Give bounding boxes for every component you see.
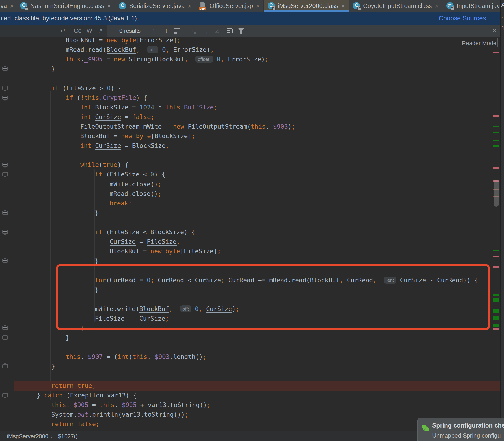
error-stripe-mark[interactable] [493, 126, 499, 127]
code-line[interactable]: FileOutputStream mWite = new FileOutputS… [0, 122, 504, 131]
close-search-icon[interactable] [492, 27, 497, 34]
code-line[interactable]: BlockBuf = new byte[BlockSize]; [0, 131, 504, 141]
error-stripe-mark[interactable] [493, 309, 499, 310]
tab-officeserver[interactable]: JSP OfficeServer.jsp [195, 0, 264, 12]
fold-marker-icon[interactable] [2, 230, 8, 234]
code-line[interactable] [0, 266, 504, 275]
code-line[interactable]: if (FileSize ≤ 0) { [0, 169, 504, 179]
select-all-occurrences-icon[interactable]: ☑II [212, 25, 224, 37]
code-line[interactable]: } [0, 323, 504, 333]
fold-marker-icon[interactable] [2, 326, 8, 330]
add-selection-icon[interactable]: +II [188, 25, 199, 37]
error-stripe-mark[interactable] [493, 140, 499, 141]
fold-marker-icon[interactable] [2, 86, 8, 90]
error-stripe-mark[interactable] [493, 132, 499, 133]
fold-marker-icon[interactable] [2, 335, 8, 340]
code-line[interactable] [0, 73, 504, 83]
code-line[interactable]: this._$905 = new String(BlockBuf, offset… [0, 54, 504, 64]
code-line[interactable]: this._$905 = this._$905 + var13.toString… [0, 400, 504, 410]
code-line[interactable]: BlockBuf = new byte[ErrorSize]; [0, 37, 504, 45]
error-stripe-mark[interactable] [493, 324, 499, 327]
error-stripe-mark[interactable] [493, 294, 499, 296]
error-stripe-mark[interactable] [493, 315, 499, 317]
tab-partial[interactable]: va [0, 0, 16, 12]
code-line[interactable] [0, 294, 504, 304]
tab-coyoteinputstream[interactable]: CoyoteInputStream.class [349, 0, 442, 12]
tab-close-icon[interactable] [107, 3, 111, 9]
breadcrumb-method[interactable]: _$1027() [55, 433, 78, 440]
regex-toggle[interactable]: .* [95, 25, 105, 37]
code-line[interactable]: break; [0, 198, 504, 208]
next-occurrence-icon[interactable]: ↓ [161, 25, 172, 37]
fold-marker-icon[interactable] [2, 211, 8, 215]
code-line[interactable]: } [0, 208, 504, 218]
code-line[interactable]: while(true) { [0, 160, 504, 170]
code-line[interactable]: int CurSize = false; [0, 112, 504, 122]
fold-marker-icon[interactable] [2, 172, 8, 176]
code-line[interactable]: this._$907 = (int)this._$903.length(); [0, 352, 504, 362]
error-stripe-mark[interactable] [493, 115, 499, 117]
choose-sources-link[interactable]: Choose Sources... [439, 15, 491, 22]
whole-words-toggle[interactable]: W [84, 25, 94, 37]
tab-close-icon[interactable] [256, 3, 260, 9]
error-stripe-mark[interactable] [493, 145, 499, 147]
tab-close-icon[interactable] [188, 3, 192, 9]
code-line[interactable]: BlockBuf = new byte[FileSize]; [0, 246, 504, 256]
code-line[interactable]: } [0, 285, 504, 295]
error-stripe-mark[interactable] [493, 250, 499, 251]
fold-marker-icon[interactable] [2, 393, 8, 397]
previous-occurrence-icon[interactable]: ↑ [148, 25, 160, 37]
code-line[interactable]: } [0, 64, 504, 74]
error-stripe-mark[interactable] [493, 167, 499, 169]
tab-nashornscriptengine[interactable]: NashornScriptEngine.class [16, 0, 115, 12]
tab-close-icon[interactable] [435, 3, 439, 9]
code-line[interactable] [0, 218, 504, 227]
match-case-toggle[interactable]: Cc [72, 25, 83, 37]
error-stripe-mark[interactable] [493, 310, 499, 313]
tab-serializeservlet[interactable]: SerializeServlet.java [115, 0, 195, 12]
error-stripe-mark[interactable] [493, 51, 499, 53]
code-line[interactable] [0, 371, 504, 381]
code-line[interactable]: int BlockSize = 1024 * this.BuffSize; [0, 102, 504, 112]
code-line[interactable]: int CurSize = BlockSize; [0, 141, 504, 151]
find-in-selection-icon[interactable] [174, 28, 180, 34]
error-stripe-mark[interactable] [493, 328, 499, 330]
breadcrumb-class[interactable]: iMsgServer2000 [7, 433, 48, 440]
code-area[interactable]: BlockBuf = new byte[ErrorSize];mRead.rea… [0, 37, 504, 431]
fold-marker-icon[interactable] [2, 95, 8, 100]
error-stripe-mark[interactable] [493, 256, 499, 257]
fold-marker-icon[interactable] [2, 364, 8, 368]
tab-close-icon[interactable] [10, 3, 14, 9]
code-line[interactable]: CurSize = FileSize; [0, 237, 504, 247]
code-line[interactable]: if (!this.CryptFile) { [0, 93, 504, 103]
multiline-search-icon[interactable] [227, 28, 233, 34]
newline-icon[interactable]: ↵ [58, 25, 68, 37]
code-line[interactable]: mRead.close(); [0, 189, 504, 199]
code-line[interactable]: if (FileSize < BlockSize) { [0, 227, 504, 237]
fold-marker-icon[interactable] [2, 67, 8, 71]
error-stripe-mark[interactable] [493, 317, 499, 320]
fold-marker-icon[interactable] [2, 259, 8, 263]
code-line[interactable] [0, 342, 504, 352]
code-line[interactable] [0, 150, 504, 160]
code-line[interactable]: return true; [0, 381, 504, 391]
tab-close-icon[interactable] [341, 3, 345, 9]
error-stripe-mark[interactable] [493, 298, 499, 302]
code-line[interactable]: for(CurRead = 0; CurRead < CurSize; CurR… [0, 275, 504, 285]
fold-marker-icon[interactable] [2, 163, 8, 167]
code-line[interactable]: } [0, 333, 504, 343]
code-line[interactable]: } [0, 362, 504, 371]
scrollbar-thumb[interactable] [493, 180, 499, 206]
code-line[interactable]: } [0, 256, 504, 266]
spring-notification[interactable]: Spring configuration che Unmapped Spring… [417, 418, 504, 441]
tab-inputstream[interactable]: InputStream.java [442, 0, 504, 12]
remove-selection-icon[interactable]: −II [200, 25, 212, 37]
tab-imsgserver2000[interactable]: iMsgServer2000.class [264, 0, 349, 12]
code-line[interactable]: FileSize -= CurSize; [0, 314, 504, 323]
code-line[interactable]: mRead.read(BlockBuf, off: 0, ErrorSize); [0, 45, 504, 54]
code-line[interactable]: if (FileSize > 0) { [0, 83, 504, 93]
error-stripe-mark[interactable] [493, 266, 499, 268]
code-line[interactable]: } catch (Exception var13) { [0, 390, 504, 400]
code-editor[interactable]: BlockBuf = new byte[ErrorSize];mRead.rea… [0, 37, 504, 431]
code-line[interactable]: mWite.write(BlockBuf, off: 0, CurSize); [0, 304, 504, 314]
